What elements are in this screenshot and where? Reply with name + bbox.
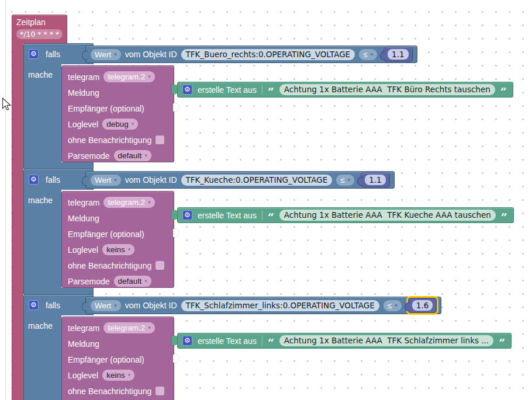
parsemode-label: Parsemode [68,277,110,286]
telegram-instance-value: telegram.2 [108,72,145,81]
value-type-dropdown[interactable]: Wert ▾ [91,300,121,311]
recipient-label: Empfänger (optional) [68,104,144,113]
chevron-down-icon: ▾ [144,279,147,284]
mutator-gear-icon[interactable]: ⚙ [29,300,39,310]
chevron-down-icon: ▾ [128,373,131,378]
chevron-down-icon: ▾ [371,52,374,57]
schedule-block-title: Zeitplan [16,18,63,27]
number-value-field[interactable]: 1.6 [412,300,433,311]
no-notification-row: ohne Benachrichtigung [68,383,174,399]
telegram-instance-dropdown[interactable]: telegram.2 ▾ [103,322,154,333]
telegram-instance-dropdown[interactable]: telegram.2 ▾ [103,71,154,82]
object-id-field[interactable]: TFK_Kueche:0.OPERATING_VOLTAGE [181,175,333,186]
block-seam [262,210,262,220]
do-label: mache [28,321,53,332]
message-row: Meldung [68,210,174,226]
number-value-field[interactable]: 1.1 [365,175,385,185]
loglevel-label: Loglevel [68,120,98,129]
mutator-gear-icon[interactable]: ⚙ [182,210,192,220]
telegram-block[interactable]: telegram telegram.2 ▾ Meldung Empfänger … [61,65,174,162]
object-id-field[interactable]: TFK_Buero_rechts:0.OPERATING_VOLTAGE [181,49,355,60]
comparison-block[interactable]: Wert ▾ vom Objekt ID TFK_Buero_rechts:0.… [85,46,417,63]
no-notification-checkbox[interactable] [156,261,164,270]
block-seam [262,85,262,95]
if-label: falls [46,175,60,185]
operator-dropdown[interactable]: ≤ ▾ [336,175,354,186]
message-label: Meldung [68,339,99,349]
block-seam [262,336,262,346]
telegram-label: telegram [68,198,99,207]
loglevel-dropdown[interactable]: debug ▾ [102,119,138,130]
object-id-field[interactable]: TFK_Schlafzimmer_links:0.OPERATING_VOLTA… [181,300,379,311]
value-type-label: Wert [95,301,111,310]
do-label: mache [28,196,53,206]
message-text-field[interactable]: Achtung 1x Batterie AAA TFK Schlafzimmer… [279,335,493,346]
message-text-field[interactable]: Achtung 1x Batterie AAA TFK Kueche AAA t… [279,210,496,221]
create-text-block[interactable]: ⚙ erstelle Text aus “ Achtung 1x Batteri… [177,207,514,223]
parsemode-row: Parsemode default ▾ [68,273,174,289]
parsemode-label: Parsemode [68,151,110,161]
open-quote-icon: “ [268,214,274,220]
telegram-instance-dropdown[interactable]: telegram.2 ▾ [103,197,154,208]
create-text-label: erstelle Text aus [198,336,257,346]
message-text-field[interactable]: Achtung 1x Batterie AAA TFK Büro Rechts … [279,84,495,95]
chevron-down-icon: ▾ [114,178,117,183]
chevron-down-icon: ▾ [348,178,351,183]
telegram-instance-value: telegram.2 [108,198,145,207]
recipient-empty-socket [173,103,179,112]
value-type-label: Wert [95,50,111,59]
value-type-dropdown[interactable]: Wert ▾ [91,175,121,186]
number-block[interactable]: 1.6 [408,298,437,313]
parsemode-dropdown[interactable]: default ▾ [114,276,151,287]
recipient-label: Empfänger (optional) [68,229,144,239]
recipient-row: Empfänger (optional) [68,226,174,242]
do-label: mache [28,70,53,81]
if-label: falls [46,301,60,310]
loglevel-dropdown[interactable]: keins ▾ [102,244,134,255]
comparison-block[interactable]: Wert ▾ vom Objekt ID TFK_Schlafzimmer_li… [85,297,441,314]
mutator-gear-icon[interactable]: ⚙ [182,336,192,346]
comparison-block[interactable]: Wert ▾ vom Objekt ID TFK_Kueche:0.OPERAT… [85,171,395,189]
number-block[interactable]: 1.1 [384,47,412,62]
no-notification-checkbox[interactable] [156,387,164,395]
mutator-gear-icon[interactable]: ⚙ [29,49,39,59]
telegram-block[interactable]: telegram telegram.2 ▾ Meldung Empfänger … [61,316,174,400]
parsemode-dropdown[interactable]: default ▾ [114,150,151,161]
open-quote-icon: “ [268,89,274,95]
object-id-label: vom Objekt ID [125,175,177,185]
loglevel-label: Loglevel [68,245,98,255]
chevron-down-icon: ▾ [148,74,151,79]
loglevel-value: keins [106,245,125,254]
schedule-block-header[interactable]: Zeitplan */10 * * * * [12,15,67,44]
create-text-block[interactable]: ⚙ erstelle Text aus “ Achtung 1x Batteri… [177,333,512,349]
workspace-edge-line [5,0,6,400]
operator-label: ≤ [388,301,392,310]
create-text-block[interactable]: ⚙ erstelle Text aus “ Achtung 1x Batteri… [177,82,513,98]
telegram-block[interactable]: telegram telegram.2 ▾ Meldung Empfänger … [61,191,174,288]
loglevel-label: Loglevel [68,371,98,380]
operator-label: ≤ [340,176,344,185]
number-value-field[interactable]: 1.1 [388,49,408,60]
loglevel-dropdown[interactable]: keins ▾ [102,370,134,381]
operator-dropdown[interactable]: ≤ ▾ [359,49,377,60]
close-quote-icon: ” [499,340,505,346]
mutator-gear-icon[interactable]: ⚙ [29,175,39,185]
no-notification-checkbox[interactable] [156,135,164,144]
message-label: Meldung [68,214,99,223]
operator-dropdown[interactable]: ≤ ▾ [384,300,402,311]
chevron-down-icon: ▾ [114,52,117,57]
telegram-instance-row: telegram telegram.2 ▾ [68,320,174,336]
value-type-dropdown[interactable]: Wert ▾ [91,49,121,60]
recipient-label: Empfänger (optional) [68,355,144,364]
blockly-workspace[interactable]: { "icons": { "gear": "⚙", "dropdown_arro… [0,0,532,400]
cron-expression-field[interactable]: */10 * * * * [16,29,63,39]
chevron-down-icon: ▾ [114,303,117,308]
number-block[interactable]: 1.1 [361,172,389,187]
object-id-label: vom Objekt ID [125,301,177,310]
close-quote-icon: ” [500,89,507,95]
mutator-gear-icon[interactable]: ⚙ [182,85,192,95]
if-label: falls [46,50,60,59]
telegram-instance-row: telegram telegram.2 ▾ [68,69,174,85]
operator-label: ≤ [363,50,367,59]
schedule-block-spine[interactable] [12,42,23,400]
